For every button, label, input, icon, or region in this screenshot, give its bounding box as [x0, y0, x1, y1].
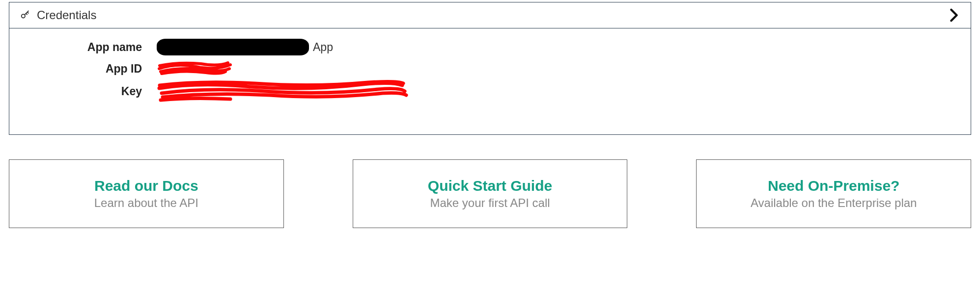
quick-start-card[interactable]: Quick Start Guide Make your first API ca… — [353, 159, 628, 228]
credentials-title: Credentials — [37, 8, 96, 22]
credentials-body: App name App App ID Key — [9, 28, 971, 134]
credentials-panel: Credentials App name App App ID — [9, 2, 971, 135]
app-name-suffix: App — [313, 41, 333, 54]
credentials-header[interactable]: Credentials — [9, 2, 971, 28]
card-title: Quick Start Guide — [428, 178, 552, 194]
key-row: Key — [29, 81, 951, 101]
on-premise-card[interactable]: Need On-Premise? Available on the Enterp… — [696, 159, 971, 228]
redacted-key — [157, 81, 407, 101]
card-title: Need On-Premise? — [768, 178, 899, 194]
chevron-right-icon — [947, 8, 961, 22]
key-icon — [19, 9, 31, 21]
card-subtitle: Make your first API call — [430, 196, 550, 210]
read-docs-card[interactable]: Read our Docs Learn about the API — [9, 159, 284, 228]
redacted-app-name — [157, 39, 309, 55]
app-name-row: App name App — [29, 38, 951, 56]
key-value — [157, 81, 407, 101]
card-title: Read our Docs — [94, 178, 198, 194]
cards-row: Read our Docs Learn about the API Quick … — [0, 135, 980, 228]
app-id-row: App ID — [29, 60, 951, 77]
card-subtitle: Available on the Enterprise plan — [751, 196, 917, 210]
card-subtitle: Learn about the API — [94, 196, 198, 210]
app-name-value: App — [157, 39, 333, 55]
svg-point-0 — [22, 14, 25, 18]
key-label: Key — [29, 85, 157, 98]
app-id-value — [157, 62, 230, 76]
credentials-header-left: Credentials — [19, 8, 96, 22]
redacted-app-id — [157, 62, 230, 76]
app-id-label: App ID — [29, 62, 157, 76]
app-name-label: App name — [29, 41, 157, 54]
